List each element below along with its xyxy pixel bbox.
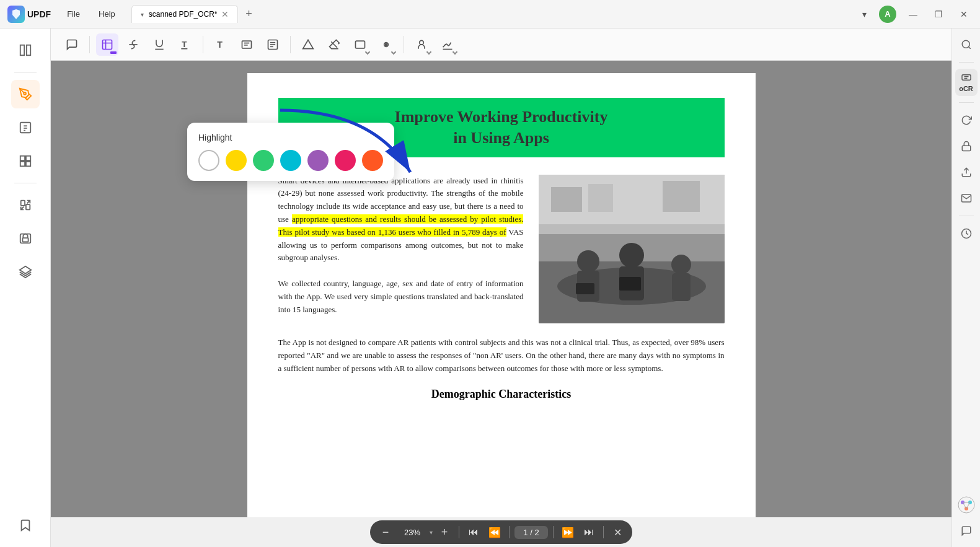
right-divider-1 — [959, 62, 974, 63]
new-tab-button[interactable]: + — [241, 6, 258, 23]
svg-rect-8 — [25, 156, 30, 160]
color-swatch-pink[interactable] — [335, 150, 356, 171]
mail-icon-button[interactable] — [955, 187, 978, 209]
edit-text-tool-button[interactable] — [262, 33, 284, 56]
stamp-tool-button[interactable] — [410, 33, 433, 56]
history-icon-button[interactable] — [955, 222, 978, 245]
signature-tool-button[interactable] — [436, 33, 459, 56]
nav-last-button[interactable]: ⏭ — [580, 523, 598, 541]
tab-close-button[interactable]: ✕ — [221, 9, 229, 19]
user-avatar[interactable]: A — [879, 6, 896, 23]
maximize-button[interactable]: ❐ — [930, 9, 948, 19]
dropdown-icon[interactable]: ▾ — [857, 7, 872, 22]
strikethrough-tool-button[interactable] — [122, 33, 144, 56]
sidebar-protect[interactable] — [11, 224, 40, 253]
nav-prev-fast-button[interactable]: ⏪ — [485, 523, 504, 541]
zoom-nav-divider — [459, 526, 459, 538]
pdf-office-image — [539, 175, 725, 323]
close-button[interactable]: ✕ — [955, 9, 973, 19]
zoom-out-button[interactable]: − — [376, 523, 395, 541]
shape-tool-button[interactable] — [297, 33, 319, 56]
svg-point-42 — [671, 255, 691, 274]
chat-icon-button[interactable] — [955, 520, 978, 542]
svg-marker-28 — [303, 40, 314, 48]
highlight-popup-title: Highlight — [198, 133, 383, 142]
search-icon-button[interactable] — [955, 33, 978, 56]
color-swatch-yellow[interactable] — [226, 150, 247, 171]
pen-tool-button[interactable] — [375, 33, 397, 56]
sidebar-annotation[interactable] — [11, 80, 40, 108]
sidebar-organize[interactable] — [11, 147, 40, 175]
color-swatch-purple[interactable] — [307, 150, 329, 171]
svg-rect-39 — [577, 271, 599, 302]
svg-line-62 — [963, 502, 966, 509]
menu-bar: File Help — [63, 7, 119, 21]
menu-file[interactable]: File — [63, 7, 84, 21]
page-indicator[interactable]: 1 / 2 — [514, 526, 548, 539]
sidebar-edit[interactable] — [11, 113, 40, 142]
menu-help[interactable]: Help — [95, 7, 119, 21]
color-swatch-redorange[interactable] — [362, 150, 383, 171]
svg-point-31 — [385, 43, 387, 45]
svg-rect-10 — [25, 162, 30, 166]
sidebar-bookmark[interactable] — [11, 511, 40, 540]
pdf-paragraph-2: We collected country, language, age, sex… — [278, 278, 524, 316]
zoom-in-button[interactable]: + — [435, 523, 454, 541]
svg-rect-45 — [619, 277, 641, 291]
lock-icon-button[interactable] — [955, 135, 978, 157]
sidebar-convert[interactable] — [11, 191, 40, 219]
comment-tool-button[interactable] — [61, 33, 83, 56]
zoom-controls: − 23% ▾ + ⏮ ⏪ 1 / 2 ⏩ ⏭ — [370, 520, 632, 544]
ai-icon-button[interactable] — [955, 494, 978, 516]
svg-point-57 — [958, 497, 974, 513]
pdf-image-svg — [539, 175, 725, 323]
zoom-value-display: 23% — [397, 528, 427, 537]
right-sidebar: oCR — [951, 28, 980, 547]
bottom-toolbar: − 23% ▾ + ⏮ ⏪ 1 / 2 ⏩ ⏭ — [51, 517, 951, 547]
text-tool-button[interactable]: T — [210, 33, 232, 56]
rect-tool-button[interactable] — [349, 33, 371, 56]
svg-point-40 — [619, 243, 644, 268]
text-box-tool-button[interactable] — [236, 33, 258, 56]
active-tab[interactable]: ▾ scanned PDF_OCR* ✕ — [131, 5, 238, 23]
sidebar-divider-2 — [14, 183, 37, 183]
svg-rect-48 — [588, 184, 613, 212]
zoom-dropdown-button[interactable]: ▾ — [430, 529, 433, 536]
svg-rect-14 — [22, 238, 28, 242]
color-swatch-green[interactable] — [253, 150, 274, 171]
highlight-tool-button[interactable] — [96, 33, 118, 56]
doc-area: T T — [51, 28, 951, 547]
page-nav2-divider — [553, 526, 554, 538]
text-color-tool-button[interactable]: T — [174, 33, 196, 56]
underline-tool-button[interactable] — [148, 33, 170, 56]
refresh-icon-button[interactable] — [955, 109, 978, 131]
app-logo-icon — [7, 6, 25, 23]
right-divider-3 — [959, 216, 974, 216]
tab-dropdown-icon[interactable]: ▾ — [141, 11, 144, 18]
pdf-section-title: Demographic Characteristics — [278, 388, 725, 401]
svg-rect-41 — [619, 266, 644, 300]
right-divider-2 — [959, 102, 974, 103]
svg-rect-49 — [663, 181, 700, 212]
ocr-button[interactable]: oCR — [955, 69, 978, 96]
eraser-tool-button[interactable] — [323, 33, 345, 56]
color-swatch-cyan[interactable] — [280, 150, 301, 171]
color-swatch-outlined[interactable] — [198, 150, 219, 171]
document-viewport[interactable]: Highlight — [51, 61, 951, 517]
ocr-scan-icon — [961, 73, 972, 84]
svg-rect-12 — [25, 204, 29, 209]
bottombar-close-button[interactable]: ✕ — [609, 523, 626, 541]
minimize-button[interactable]: — — [904, 9, 922, 19]
export-icon-button[interactable] — [955, 161, 978, 183]
tab-bar: ▾ scanned PDF_OCR* ✕ + — [131, 5, 849, 23]
sidebar-view[interactable] — [11, 36, 40, 64]
svg-text:T: T — [217, 40, 223, 50]
nav-first-button[interactable]: ⏮ — [464, 523, 483, 541]
toolbar-divider-2 — [203, 36, 203, 53]
ocr-label: oCR — [959, 85, 973, 92]
pdf-title-line1: Improve Working Productivity — [395, 108, 608, 126]
nav-next-fast-button[interactable]: ⏩ — [558, 523, 577, 541]
titlebar: UPDF File Help ▾ scanned PDF_OCR* ✕ + ▾ … — [0, 0, 980, 28]
toolbar: T T — [51, 28, 951, 61]
sidebar-layers[interactable] — [11, 258, 40, 286]
